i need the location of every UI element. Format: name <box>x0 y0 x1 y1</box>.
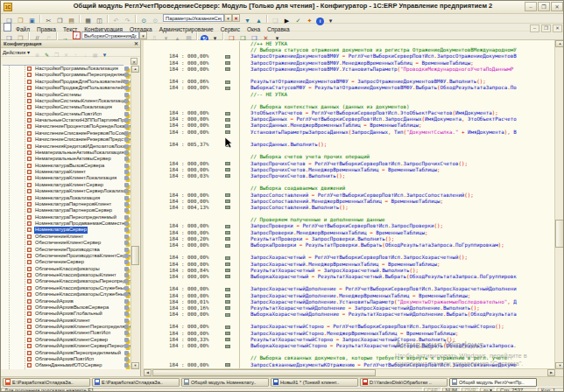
common-module-icon <box>27 215 32 220</box>
scroll-right-button[interactable]: ▶ <box>547 369 555 376</box>
tree-item[interactable]: НастройкиПродажДляПользователейВысокоСко… <box>1 79 131 85</box>
common-module-icon <box>27 254 32 258</box>
tree-item[interactable]: НоменклатураКлиентЛокализация <box>1 175 131 181</box>
code-line: // Выборка счетов учета прочих операций <box>144 154 553 160</box>
code-text: ЗапросДанных = РеглУчетВыборкиСерверПовт… <box>250 116 517 122</box>
panel-close-icon[interactable]: ✕ <box>134 41 138 46</box>
scroll-down-button[interactable]: ▼ <box>131 362 139 369</box>
tree-item[interactable]: НастройкиПродажДляПользователейСервер <box>1 85 131 91</box>
tree-item[interactable]: ОбеспечениеПроизводства <box>1 247 131 253</box>
tree-item[interactable]: ОбеспечениеПроизводстваКлиентСервер <box>1 253 131 259</box>
procedure-select-input[interactable] <box>81 32 139 39</box>
configuration-search-row: ✕ <box>1 57 140 66</box>
tree-item[interactable]: ОблачныйАрхивКлиентСервер <box>1 337 131 343</box>
tree-item[interactable]: ОблачныеКлассификаторыПереопределяемый <box>1 278 131 284</box>
tree-item[interactable]: НоменклатураЛокализация <box>1 195 131 201</box>
tree-item[interactable]: ОбеспечениеКлиент <box>1 234 131 240</box>
performance-counter: 184 : 000,00% <box>169 199 208 205</box>
tree-item[interactable]: НачислениеСписаниеРезервовПредстоящихРас… <box>1 136 131 143</box>
tree-item[interactable]: НоменклатураПереопределяемый <box>1 214 131 220</box>
tree-item[interactable]: НематериальныеАктивыЛокализация <box>1 150 131 156</box>
tree-item[interactable]: НастройкиСистемыЛокализация <box>1 104 131 110</box>
capture-lock-icon <box>124 124 129 129</box>
scroll-left-button[interactable]: ◀ <box>144 369 152 376</box>
configuration-panel: Конфигурация ✕ Действия ▾ ⊕✎❐✕↑↓▦▼ ✕ Нас… <box>1 40 141 376</box>
tree-scroll-thumb[interactable] <box>131 246 139 265</box>
scroll-down-button[interactable]: ▼ <box>555 362 564 369</box>
close-button[interactable]: ✕ <box>551 2 563 11</box>
capture-lock-icon <box>124 215 129 220</box>
tree-item[interactable]: ОблачныйАрхивКлиентПовтИсп <box>1 330 131 336</box>
tree-item-label: ОблачныйАрхивКлиентСерверПереопределяем.… <box>34 343 131 349</box>
tree-scrollbar[interactable]: ▲ ▼ <box>130 66 139 369</box>
editor-vertical-scrollbar[interactable]: ▲ ▼ <box>554 40 564 369</box>
window-tab[interactable]: Общий модуль РеглУчетПр.. <box>449 378 537 387</box>
window-tab[interactable]: Е:\Разработка\ОтладкаЗа.. <box>92 378 180 387</box>
tree-item[interactable]: ОблачныеКлассификаторы <box>1 266 131 272</box>
tree-item[interactable]: НастройкиСистемыКлиентЛокализация <box>1 98 131 104</box>
tree-item-label: НематериальныеАктивыЛокализация <box>34 150 125 156</box>
tree-item[interactable]: НоменклатураВызовСервера <box>1 163 131 169</box>
window-tab[interactable]: Общий модуль Номенклату.. <box>181 378 269 387</box>
tree-item[interactable]: ОблачныйАрхивПовтИсп <box>1 356 131 362</box>
actions-menu-button[interactable]: Действия ▾ <box>3 49 30 55</box>
tree-item[interactable]: ОблачныеКлассификаторыСлужебныйВысокоСе.… <box>1 291 131 298</box>
tree-item[interactable]: НоменклатураПродаваемаяСовместно <box>1 220 131 227</box>
tree-item[interactable]: НастройкиСистемы <box>1 92 131 98</box>
language-indicator[interactable]: ru ▾ <box>480 388 496 392</box>
code-editor[interactable]: //++ НЕ УТКА// Выборка статусов отражени… <box>144 40 564 376</box>
tree-item[interactable]: НачальныеОстаткиНЗППоПартиямПроизводст.. <box>1 117 131 123</box>
tree-item[interactable]: ОблачныйАрхивКлиентПереопределяемый <box>1 324 131 330</box>
tree-item[interactable]: НастройкиПрограммыПереопределяемый <box>1 72 131 78</box>
tree-item[interactable]: ОблачныйАрхивГлобальный <box>1 311 131 317</box>
restore-button[interactable]: ❐ <box>538 2 550 11</box>
tree-item[interactable]: ОблачныеКлассификаторыКлиент <box>1 272 131 278</box>
common-module-icon <box>27 325 32 329</box>
window-tab[interactable]: Е:\Разработка\ОтладкаЗа.. <box>3 378 90 387</box>
scroll-up-button[interactable]: ▲ <box>555 40 564 47</box>
tree-item[interactable]: ОблачныйАрхивПереопределяемый <box>1 350 131 356</box>
search-clear-button[interactable]: ✕ <box>130 58 137 65</box>
tree-item[interactable]: НачислениеСписаниеРезервовПоСомнительны.… <box>1 130 131 136</box>
tree-item[interactable]: НоменклатураПартнеровСервер <box>1 207 131 214</box>
common-module-icon <box>27 273 32 277</box>
code-area[interactable]: //++ НЕ УТКА// Выборка статусов отражени… <box>144 41 553 369</box>
code-line: 184 : 000,06%РезультатОтражениеДокументо… <box>144 79 553 85</box>
tree-item[interactable]: ОблачныйАрхивКлиент <box>1 318 131 324</box>
window-tab[interactable]: Новый1 * (Тонкий клиент.. <box>271 378 358 387</box>
coverage-marker-icon <box>225 306 230 310</box>
tree-item[interactable]: НастройкиСистемыПовтИсп <box>1 111 131 117</box>
tree-item[interactable]: НоменклатураКлиентСерверЛокализация <box>1 188 131 194</box>
tree-item[interactable]: ОбеспечениеСервер <box>1 259 131 265</box>
performance-counter: 184 : 000,00% <box>169 192 208 199</box>
procedure-dropdown-button[interactable]: ▾ <box>139 32 147 39</box>
tree-item-label: ОблачныйАрхивКлиентПереопределяемый <box>34 324 131 330</box>
tree-item[interactable]: ОбменДаннымиЮТОСервер <box>1 362 131 368</box>
tree-item[interactable]: ОблачныйАрхив <box>1 298 131 304</box>
tree-item[interactable]: ОбеспечениеКлиентСервер <box>1 240 131 246</box>
window-tab[interactable]: D:\YandexDisk\Обработки .. <box>360 378 448 387</box>
performance-counter: 184 : 000,00% <box>169 130 208 136</box>
tree-item[interactable]: НоменклатураПартнеровКлиент <box>1 201 131 207</box>
tree-item[interactable]: НастройкиПрограммыЛокализация <box>1 66 131 72</box>
coverage-marker-icon <box>225 326 230 329</box>
coverage-marker-icon <box>225 168 230 172</box>
tree-item[interactable]: НоменклатураКлиент <box>1 169 131 175</box>
editor-hscroll-thumb[interactable] <box>152 369 376 376</box>
tree-item[interactable]: ОблачныйАрхивКлиентСерверПереопределяем.… <box>1 343 131 349</box>
code-line <box>144 318 553 324</box>
tree-item[interactable]: НачислениеПроцентовПоАрендеЛокализация <box>1 123 131 130</box>
scroll-up-button[interactable]: ▲ <box>131 66 139 73</box>
common-module-icon <box>27 338 32 342</box>
tree-item[interactable]: НоменклатураКлиентСервер <box>1 182 131 188</box>
tree-item[interactable]: ОблачныйАрхивВызовСервера <box>1 304 131 311</box>
editor-horizontal-scrollbar[interactable]: ◀ ▶ <box>144 368 555 376</box>
capture-lock-icon <box>124 164 129 168</box>
tree-item[interactable]: ОблачныеКлассификаторыСлужебный <box>1 285 131 291</box>
minimize-button[interactable]: – <box>525 2 537 11</box>
tree-item[interactable]: НоменклатураСервер <box>1 227 131 233</box>
tree-item[interactable]: НачисленияКредитовИДепозитовЛокализация <box>1 144 131 150</box>
capture-lock-icon <box>124 170 129 174</box>
tree-item[interactable]: НематериальныеАктивыСервер <box>1 156 131 162</box>
editor-vscroll-thumb[interactable] <box>555 220 564 248</box>
